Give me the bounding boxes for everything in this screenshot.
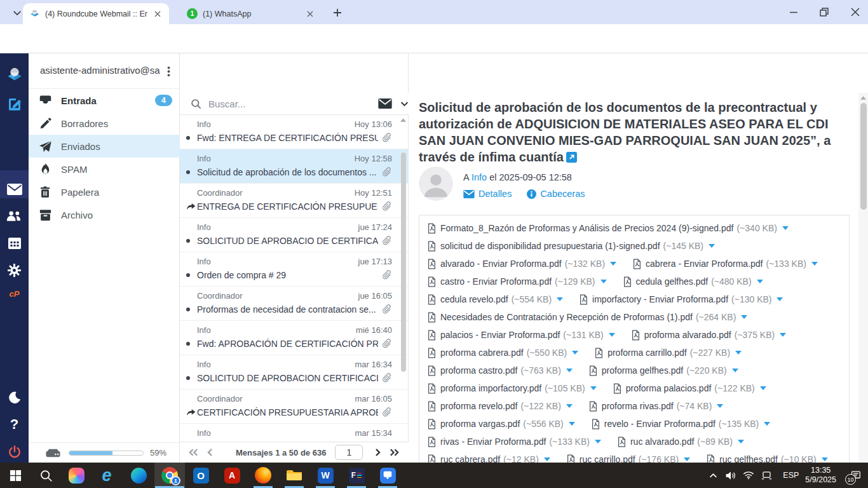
headers-link[interactable]: Cabeceras	[540, 189, 585, 199]
logout-power-icon[interactable]	[0, 439, 29, 464]
attachment-name[interactable]: proforma vargas.pdf	[440, 419, 520, 429]
clock[interactable]: 13:35 5/9/2025	[805, 466, 836, 485]
attachment-file[interactable]: proforma cabrera.pdf(~550 KB)	[428, 348, 578, 358]
attachment-menu-caret[interactable]	[735, 351, 742, 355]
attachment-name[interactable]: Necesidades de Contratación y Recepción …	[440, 312, 693, 322]
message-row[interactable]: Infomar 15:34	[180, 424, 409, 442]
attachment-file[interactable]: proforma carrillo.pdf(~227 KB)	[595, 348, 742, 358]
attachment-name[interactable]: proforma rivas.pdf	[602, 401, 674, 411]
taskbar-search-icon[interactable]	[31, 463, 61, 488]
open-in-new-window-icon[interactable]	[566, 152, 577, 163]
message-row[interactable]: Infojue 17:24SOLICITUD DE APROBACIO DE C…	[180, 218, 409, 252]
attachment-name[interactable]: solicitud de disponibilidad presupuestar…	[440, 241, 660, 251]
notification-center-icon[interactable]: 10	[843, 463, 868, 488]
attachment-file[interactable]: cabrera - Enviar Proforma.pdf(~133 KB)	[633, 259, 818, 269]
compose-icon[interactable]	[0, 92, 29, 117]
attachment-file[interactable]: proforma palacios.pdf(~122 KB)	[613, 383, 766, 394]
outlook-icon[interactable]: O	[186, 463, 216, 488]
recipient-link[interactable]: Info	[471, 172, 487, 182]
attachment-file[interactable]: castro - Enviar Proforma.pdf(~129 KB)	[428, 276, 607, 287]
attachment-menu-caret[interactable]	[760, 386, 766, 390]
attachment-menu-caret[interactable]	[822, 458, 828, 461]
attachment-name[interactable]: castro - Enviar Proforma.pdf	[440, 276, 552, 287]
message-row[interactable]: InfoHoy 13:06Fwd: ENTREGA DE CERTIFICACI…	[180, 115, 409, 149]
word-icon[interactable]: W	[310, 463, 341, 488]
attachment-menu-caret[interactable]	[782, 226, 789, 230]
attachment-name[interactable]: palacios - Enviar Proforma.pdf	[440, 330, 560, 340]
attachment-menu-caret[interactable]	[600, 280, 607, 283]
attachment-name[interactable]: alvarado - Enviar Proforma.pdf	[440, 259, 562, 269]
attachment-file[interactable]: solicitud de disponibilidad presupuestar…	[428, 241, 715, 252]
attachment-menu-caret[interactable]	[610, 262, 616, 266]
attachment-menu-caret[interactable]	[741, 315, 747, 319]
main-scrollbar-up-arrow[interactable]	[860, 96, 866, 100]
attachment-file[interactable]: proforma gelfhes.pdf(~220 KB)	[589, 365, 738, 376]
attachment-menu-caret[interactable]	[780, 333, 786, 337]
next-page-button[interactable]	[369, 449, 386, 456]
attachment-name[interactable]: proforma imporfactory.pdf	[440, 383, 541, 393]
attachment-name[interactable]: proforma palacios.pdf	[626, 383, 712, 393]
attachment-menu-caret[interactable]	[738, 440, 744, 444]
folder-item-papelera[interactable]: Papelera	[29, 180, 180, 203]
attachment-menu-caret[interactable]	[590, 386, 597, 390]
attachment-name[interactable]: proforma carrillo.pdf	[607, 348, 687, 358]
window-minimize-button[interactable]	[788, 6, 799, 18]
attachment-name[interactable]: proforma revelo.pdf	[440, 401, 517, 411]
folder-item-archivo[interactable]: Archivo	[29, 203, 180, 226]
attachment-file[interactable]: palacios - Enviar Proforma.pdf(~131 KB)	[428, 330, 615, 341]
folder-item-entrada[interactable]: Entrada4	[29, 89, 180, 112]
calendar-icon[interactable]	[0, 230, 29, 255]
attachment-menu-caret[interactable]	[557, 297, 563, 301]
search-input[interactable]	[208, 98, 354, 109]
attachment-file[interactable]: proforma alvarado.pdf(~375 KB)	[632, 330, 786, 341]
attachment-name[interactable]: revelo - Enviar Proforma.pdf	[604, 419, 715, 429]
wifi-icon[interactable]	[740, 471, 757, 480]
attachment-file[interactable]: proforma imporfactory.pdf(~105 KB)	[428, 383, 597, 394]
attachment-file[interactable]: cedula revelo.pdf(~554 KB)	[428, 294, 563, 305]
attachment-menu-caret[interactable]	[757, 280, 763, 283]
attachment-name[interactable]: proforma gelfhes.pdf	[602, 365, 683, 376]
attachment-file[interactable]: cedula gelfhes.pdf(~480 KB)	[623, 276, 763, 287]
attachment-menu-caret[interactable]	[811, 262, 818, 266]
attachment-file[interactable]: proforma revelo.pdf(~122 KB)	[428, 401, 573, 412]
help-icon[interactable]: ?	[0, 412, 29, 437]
folder-item-spam[interactable]: SPAM	[29, 158, 180, 180]
tab-close-icon[interactable]	[153, 9, 163, 19]
attachment-name[interactable]: proforma castro.pdf	[440, 365, 517, 376]
attachment-file[interactable]: Formato_8_Razón de Proformas y Análisis …	[428, 223, 789, 234]
main-scrollbar[interactable]	[858, 93, 868, 463]
attachment-file[interactable]: revelo - Enviar Proforma.pdf(~135 KB)	[592, 419, 771, 430]
attachment-file[interactable]: proforma rivas.pdf(~74 KB)	[589, 401, 723, 412]
copilot-icon[interactable]	[61, 463, 92, 488]
first-page-button[interactable]	[185, 449, 201, 456]
attachment-file[interactable]: proforma vargas.pdf(~556 KB)	[428, 419, 575, 430]
acrobat-icon[interactable]: A	[217, 463, 247, 488]
message-row[interactable]: Infojue 17:13Orden de compra # 29	[180, 252, 409, 287]
message-row[interactable]: Infomar 16:34SOLICITUD DE APROBACION CER…	[180, 355, 409, 390]
tray-expand-chevron-icon[interactable]	[704, 473, 722, 478]
folder-item-enviados[interactable]: Enviados	[29, 135, 180, 158]
attachment-menu-caret[interactable]	[717, 404, 723, 408]
attachment-menu-caret[interactable]	[764, 422, 770, 426]
attachment-menu-caret[interactable]	[595, 440, 601, 444]
internet-explorer-icon[interactable]: e	[92, 463, 122, 488]
attachment-name[interactable]: cabrera - Enviar Proforma.pdf	[646, 259, 763, 269]
attachment-menu-caret[interactable]	[566, 369, 573, 372]
tab-roundcube[interactable]: (4) Roundcube Webmail :: Envia	[23, 3, 169, 24]
page-number-input[interactable]	[335, 445, 363, 460]
attachment-name[interactable]: cedula revelo.pdf	[440, 294, 508, 304]
firefox-icon[interactable]	[248, 463, 278, 488]
settings-gear-icon[interactable]	[0, 257, 29, 283]
attachment-name[interactable]: proforma cabrera.pdf	[440, 348, 524, 358]
volume-icon[interactable]	[722, 471, 740, 480]
attachment-name[interactable]: Formato_8_Razón de Proformas y Análisis …	[440, 223, 733, 233]
attachment-menu-caret[interactable]	[732, 369, 738, 372]
last-page-button[interactable]	[386, 449, 402, 456]
window-close-button[interactable]	[850, 6, 861, 18]
message-row[interactable]: Infomié 16:40Fwd: APROBACIÓN DE CERTIFIC…	[180, 321, 409, 355]
attachment-menu-caret[interactable]	[572, 351, 578, 355]
cpanel-logo[interactable]: cP	[0, 281, 29, 306]
dark-mode-moon-icon[interactable]	[0, 385, 29, 410]
file-explorer-icon[interactable]	[279, 463, 309, 488]
details-link[interactable]: Detalles	[478, 189, 512, 199]
